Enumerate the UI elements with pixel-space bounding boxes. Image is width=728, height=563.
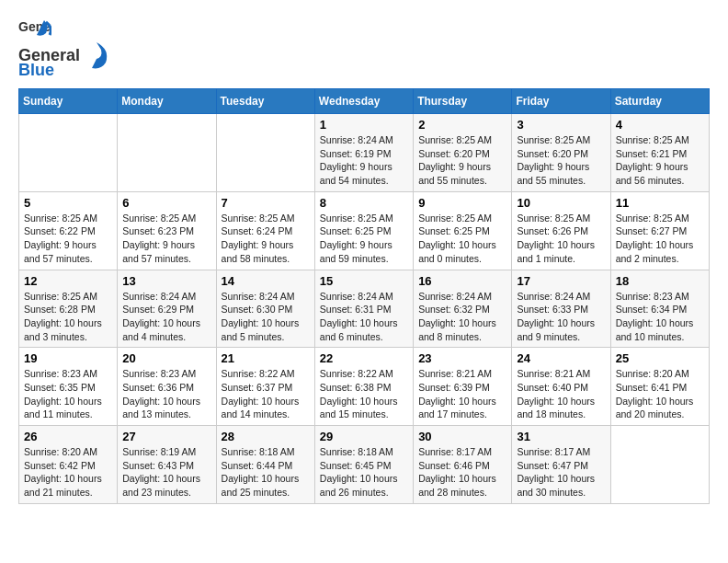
calendar-cell: 30Sunrise: 8:17 AM Sunset: 6:46 PM Dayli… <box>414 426 512 504</box>
calendar-table: SundayMondayTuesdayWednesdayThursdayFrid… <box>18 88 710 504</box>
day-info: Sunrise: 8:23 AM Sunset: 6:36 PM Dayligh… <box>122 367 210 421</box>
week-row-1: 1Sunrise: 8:24 AM Sunset: 6:19 PM Daylig… <box>19 114 710 192</box>
day-number: 26 <box>24 430 112 443</box>
day-number: 13 <box>122 274 210 288</box>
calendar-cell: 7Sunrise: 8:25 AM Sunset: 6:24 PM Daylig… <box>216 191 314 270</box>
day-number: 24 <box>517 351 605 365</box>
page-header: General General Blue <box>18 18 710 79</box>
day-number: 22 <box>320 351 408 365</box>
day-number: 23 <box>418 351 506 365</box>
day-info: Sunrise: 8:22 AM Sunset: 6:38 PM Dayligh… <box>320 367 408 421</box>
day-info: Sunrise: 8:25 AM Sunset: 6:24 PM Dayligh… <box>222 212 310 266</box>
svg-text:Blue: Blue <box>18 61 54 79</box>
calendar-cell: 12Sunrise: 8:25 AM Sunset: 6:28 PM Dayli… <box>19 270 118 348</box>
day-info: Sunrise: 8:24 AM Sunset: 6:19 PM Dayligh… <box>320 133 408 188</box>
day-info: Sunrise: 8:22 AM Sunset: 6:37 PM Dayligh… <box>222 367 310 421</box>
day-number: 29 <box>320 430 408 443</box>
day-info: Sunrise: 8:24 AM Sunset: 6:29 PM Dayligh… <box>122 290 210 344</box>
day-number: 6 <box>122 196 210 210</box>
day-info: Sunrise: 8:25 AM Sunset: 6:25 PM Dayligh… <box>320 212 408 266</box>
weekday-header-sunday: Sunday <box>19 89 118 114</box>
calendar-cell: 18Sunrise: 8:23 AM Sunset: 6:34 PM Dayli… <box>610 270 709 348</box>
calendar-cell: 26Sunrise: 8:20 AM Sunset: 6:42 PM Dayli… <box>19 426 118 504</box>
day-number: 17 <box>517 274 605 288</box>
day-number: 27 <box>122 430 210 443</box>
day-info: Sunrise: 8:19 AM Sunset: 6:43 PM Dayligh… <box>122 445 210 500</box>
calendar-cell: 23Sunrise: 8:21 AM Sunset: 6:39 PM Dayli… <box>414 348 512 426</box>
weekday-header-row: SundayMondayTuesdayWednesdayThursdayFrid… <box>19 89 710 114</box>
day-number: 18 <box>616 274 704 288</box>
weekday-header-monday: Monday <box>118 89 216 114</box>
day-number: 16 <box>418 274 506 288</box>
day-number: 20 <box>122 351 210 365</box>
day-number: 31 <box>517 430 605 443</box>
day-number: 5 <box>24 196 112 210</box>
calendar-cell: 6Sunrise: 8:25 AM Sunset: 6:23 PM Daylig… <box>118 191 216 270</box>
day-info: Sunrise: 8:25 AM Sunset: 6:27 PM Dayligh… <box>616 212 704 266</box>
day-info: Sunrise: 8:24 AM Sunset: 6:30 PM Dayligh… <box>222 290 310 344</box>
day-info: Sunrise: 8:23 AM Sunset: 6:34 PM Dayligh… <box>616 290 704 344</box>
calendar-cell: 31Sunrise: 8:17 AM Sunset: 6:47 PM Dayli… <box>512 426 610 504</box>
day-number: 1 <box>320 118 408 132</box>
day-info: Sunrise: 8:20 AM Sunset: 6:42 PM Dayligh… <box>24 445 112 500</box>
day-number: 21 <box>222 351 310 365</box>
day-number: 2 <box>418 118 506 132</box>
day-info: Sunrise: 8:17 AM Sunset: 6:47 PM Dayligh… <box>517 445 605 500</box>
calendar-cell: 9Sunrise: 8:25 AM Sunset: 6:25 PM Daylig… <box>414 191 512 270</box>
weekday-header-saturday: Saturday <box>610 89 709 114</box>
day-number: 8 <box>320 196 408 210</box>
day-number: 4 <box>616 118 704 132</box>
day-info: Sunrise: 8:17 AM Sunset: 6:46 PM Dayligh… <box>418 445 506 500</box>
week-row-3: 12Sunrise: 8:25 AM Sunset: 6:28 PM Dayli… <box>19 270 710 348</box>
day-number: 7 <box>222 196 310 210</box>
day-info: Sunrise: 8:25 AM Sunset: 6:20 PM Dayligh… <box>418 133 506 188</box>
day-number: 15 <box>320 274 408 288</box>
calendar-cell: 21Sunrise: 8:22 AM Sunset: 6:37 PM Dayli… <box>216 348 314 426</box>
day-info: Sunrise: 8:25 AM Sunset: 6:25 PM Dayligh… <box>418 212 506 266</box>
calendar-cell: 29Sunrise: 8:18 AM Sunset: 6:45 PM Dayli… <box>314 426 413 504</box>
logo-svg: General Blue <box>18 40 115 79</box>
day-info: Sunrise: 8:25 AM Sunset: 6:23 PM Dayligh… <box>122 212 210 266</box>
day-info: Sunrise: 8:24 AM Sunset: 6:32 PM Dayligh… <box>418 290 506 344</box>
day-info: Sunrise: 8:25 AM Sunset: 6:22 PM Dayligh… <box>24 212 112 266</box>
day-info: Sunrise: 8:20 AM Sunset: 6:41 PM Dayligh… <box>616 367 704 421</box>
calendar-cell: 24Sunrise: 8:21 AM Sunset: 6:40 PM Dayli… <box>512 348 610 426</box>
weekday-header-friday: Friday <box>512 89 610 114</box>
calendar-cell: 17Sunrise: 8:24 AM Sunset: 6:33 PM Dayli… <box>512 270 610 348</box>
day-info: Sunrise: 8:25 AM Sunset: 6:26 PM Dayligh… <box>517 212 605 266</box>
day-info: Sunrise: 8:25 AM Sunset: 6:21 PM Dayligh… <box>616 133 704 188</box>
day-info: Sunrise: 8:18 AM Sunset: 6:44 PM Dayligh… <box>222 445 310 500</box>
day-number: 19 <box>24 351 112 365</box>
calendar-cell: 2Sunrise: 8:25 AM Sunset: 6:20 PM Daylig… <box>414 114 512 192</box>
week-row-4: 19Sunrise: 8:23 AM Sunset: 6:35 PM Dayli… <box>19 348 710 426</box>
day-number: 14 <box>222 274 310 288</box>
day-number: 11 <box>616 196 704 210</box>
calendar-cell: 4Sunrise: 8:25 AM Sunset: 6:21 PM Daylig… <box>610 114 709 192</box>
day-info: Sunrise: 8:21 AM Sunset: 6:40 PM Dayligh… <box>517 367 605 421</box>
day-info: Sunrise: 8:18 AM Sunset: 6:45 PM Dayligh… <box>320 445 408 500</box>
weekday-header-wednesday: Wednesday <box>314 89 413 114</box>
calendar-cell: 14Sunrise: 8:24 AM Sunset: 6:30 PM Dayli… <box>216 270 314 348</box>
day-number: 10 <box>517 196 605 210</box>
day-info: Sunrise: 8:21 AM Sunset: 6:39 PM Dayligh… <box>418 367 506 421</box>
calendar-cell <box>610 426 709 504</box>
calendar-cell: 22Sunrise: 8:22 AM Sunset: 6:38 PM Dayli… <box>314 348 413 426</box>
day-number: 3 <box>517 118 605 132</box>
week-row-2: 5Sunrise: 8:25 AM Sunset: 6:22 PM Daylig… <box>19 191 710 270</box>
week-row-5: 26Sunrise: 8:20 AM Sunset: 6:42 PM Dayli… <box>19 426 710 504</box>
day-info: Sunrise: 8:24 AM Sunset: 6:33 PM Dayligh… <box>517 290 605 344</box>
calendar-cell: 11Sunrise: 8:25 AM Sunset: 6:27 PM Dayli… <box>610 191 709 270</box>
calendar-cell: 15Sunrise: 8:24 AM Sunset: 6:31 PM Dayli… <box>314 270 413 348</box>
day-info: Sunrise: 8:24 AM Sunset: 6:31 PM Dayligh… <box>320 290 408 344</box>
calendar-cell: 25Sunrise: 8:20 AM Sunset: 6:41 PM Dayli… <box>610 348 709 426</box>
calendar-cell: 3Sunrise: 8:25 AM Sunset: 6:20 PM Daylig… <box>512 114 610 192</box>
calendar-cell: 1Sunrise: 8:24 AM Sunset: 6:19 PM Daylig… <box>314 114 413 192</box>
calendar-cell <box>19 114 118 192</box>
day-number: 25 <box>616 351 704 365</box>
calendar-cell: 27Sunrise: 8:19 AM Sunset: 6:43 PM Dayli… <box>118 426 216 504</box>
calendar-cell: 5Sunrise: 8:25 AM Sunset: 6:22 PM Daylig… <box>19 191 118 270</box>
day-number: 12 <box>24 274 112 288</box>
day-info: Sunrise: 8:25 AM Sunset: 6:28 PM Dayligh… <box>24 290 112 344</box>
weekday-header-thursday: Thursday <box>414 89 512 114</box>
day-number: 9 <box>418 196 506 210</box>
